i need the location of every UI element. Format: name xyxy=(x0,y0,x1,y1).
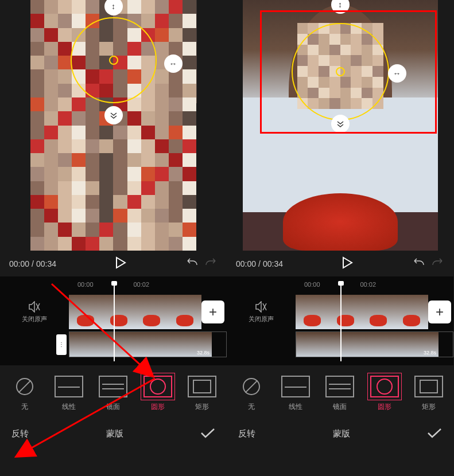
audio-mute-button[interactable]: 关闭原声 xyxy=(0,295,69,329)
resize-horizontal-handle[interactable]: ↔ xyxy=(388,64,406,83)
panel-title: 蒙版 xyxy=(333,428,350,439)
mask-circle-overlay[interactable] xyxy=(292,23,389,120)
timeline[interactable]: 00:00 00:02 关闭原声 + ⋮ 32.8s xyxy=(0,276,227,365)
mask-none[interactable]: 无 xyxy=(235,373,268,414)
playhead[interactable] xyxy=(114,281,115,361)
redo-button[interactable] xyxy=(205,257,218,270)
speaker-icon xyxy=(255,301,267,313)
feather-handle[interactable] xyxy=(104,106,123,124)
preview-image: ↕ ↔ xyxy=(30,0,197,251)
audio-mute-button[interactable]: 关闭原声 xyxy=(227,295,296,329)
circle-icon xyxy=(143,376,172,397)
confirm-button[interactable] xyxy=(427,428,442,440)
mute-label: 关闭原声 xyxy=(22,315,47,323)
mask-mirror[interactable]: 镜面 xyxy=(96,373,130,414)
preview-image: ↕ ↔ xyxy=(243,0,438,251)
redo-button[interactable] xyxy=(432,257,444,270)
mask-mirror[interactable]: 镜面 xyxy=(323,373,356,414)
track-thumbnails[interactable] xyxy=(296,295,428,329)
undo-redo-group xyxy=(412,257,444,270)
mirror-icon xyxy=(99,376,127,397)
add-clip-button[interactable]: + xyxy=(428,301,451,323)
undo-button[interactable] xyxy=(412,257,425,270)
invert-button[interactable]: 反转 xyxy=(11,428,29,439)
mask-options: 无 线性 镜面 圆形 矩形 xyxy=(227,365,453,420)
linear-icon xyxy=(281,376,310,397)
add-clip-button[interactable]: + xyxy=(201,301,224,323)
undo-redo-group xyxy=(185,257,218,270)
mask-options: 无 线性 镜面 圆形 矩形 xyxy=(0,365,227,420)
clip-trim-handle[interactable]: ⋮ xyxy=(56,334,67,355)
mask-linear[interactable]: 线性 xyxy=(279,373,312,414)
bottom-bar: 反转 蒙版 xyxy=(227,420,453,448)
invert-button[interactable]: 反转 xyxy=(238,428,255,439)
current-time: 00:00 xyxy=(9,259,29,268)
mask-rect[interactable]: 矩形 xyxy=(412,373,445,414)
time-display: 00:00/00:34 xyxy=(9,259,56,268)
playhead[interactable] xyxy=(340,281,342,361)
mask-rect[interactable]: 矩形 xyxy=(185,373,219,414)
overlay-thumbnails[interactable]: 32.8s xyxy=(69,331,227,357)
none-icon xyxy=(237,376,266,397)
mask-circle[interactable]: 圆形 xyxy=(368,373,401,414)
mask-circle-overlay[interactable] xyxy=(71,17,157,103)
preview-area[interactable]: ↕ ↔ xyxy=(0,0,227,251)
play-button[interactable] xyxy=(342,256,353,271)
timeline[interactable]: 00:00 00:02 关闭原声 + 32.8s xyxy=(227,276,453,365)
mirror-icon xyxy=(325,376,354,397)
preview-area[interactable]: ↕ ↔ xyxy=(227,0,453,251)
rect-icon xyxy=(188,376,216,397)
mask-center-handle[interactable] xyxy=(109,56,118,65)
play-button[interactable] xyxy=(115,256,126,271)
none-icon xyxy=(10,376,39,397)
linear-icon xyxy=(55,376,83,397)
overlay-thumbnails[interactable]: 32.8s xyxy=(296,331,453,357)
time-display: 00:00/00:34 xyxy=(236,259,283,268)
total-time: 00:34 xyxy=(36,259,56,268)
confirm-button[interactable] xyxy=(200,428,215,440)
undo-button[interactable] xyxy=(185,257,198,270)
rect-icon xyxy=(414,376,443,397)
bottom-bar: 反转 蒙版 xyxy=(0,420,227,448)
track-thumbnails[interactable] xyxy=(69,295,201,329)
panel-left: ↕ ↔ 00:00/00:34 00:00 00:02 关闭原声 + xyxy=(0,0,227,476)
resize-horizontal-handle[interactable]: ↔ xyxy=(164,54,183,73)
mask-circle[interactable]: 圆形 xyxy=(141,373,174,414)
mask-center-handle[interactable] xyxy=(336,67,345,76)
circle-icon xyxy=(370,376,399,397)
clip-duration: 32.8s xyxy=(197,350,209,356)
panel-title: 蒙版 xyxy=(106,428,123,439)
time-bar: 00:00/00:34 xyxy=(0,251,227,276)
time-bar: 00:00/00:34 xyxy=(227,251,453,276)
mask-linear[interactable]: 线性 xyxy=(52,373,86,414)
feather-handle[interactable] xyxy=(331,115,350,133)
mask-none[interactable]: 无 xyxy=(8,373,41,414)
panel-right: ↕ ↔ 00:00/00:34 00:00 00:02 关闭原声 + xyxy=(227,0,453,476)
speaker-icon xyxy=(28,301,41,313)
